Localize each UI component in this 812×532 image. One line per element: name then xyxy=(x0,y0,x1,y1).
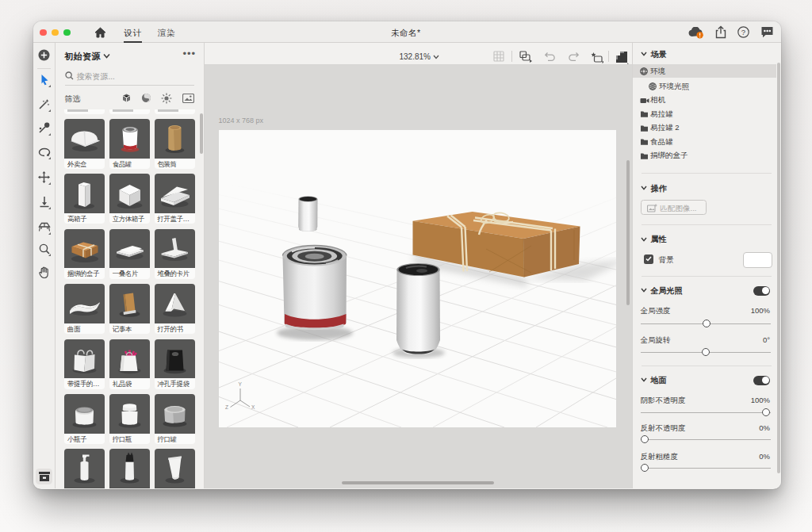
svg-text:?: ? xyxy=(741,28,745,36)
svg-text:X: X xyxy=(251,404,255,410)
svg-text:Z: Z xyxy=(225,404,228,410)
svg-text:Y: Y xyxy=(238,381,242,387)
